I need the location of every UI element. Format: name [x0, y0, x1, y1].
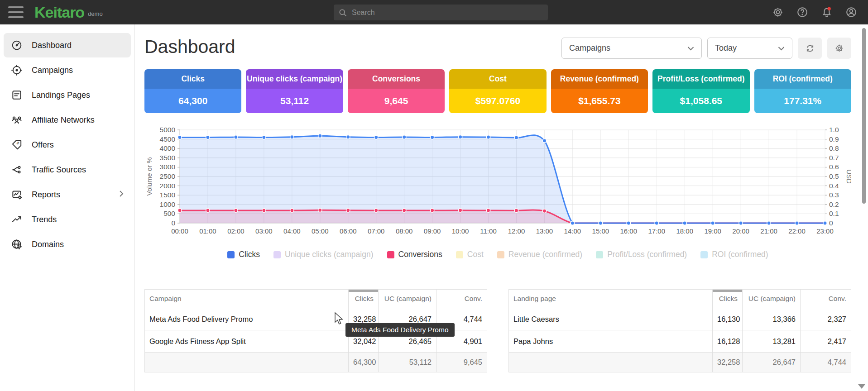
row-name-cell[interactable]: Papa Johns	[509, 330, 713, 353]
svg-text:06:00: 06:00	[340, 227, 357, 235]
domains-icon	[11, 238, 23, 250]
sidebar-item-reports[interactable]: Reports	[4, 182, 131, 207]
svg-text:12:00: 12:00	[508, 227, 525, 235]
stat-card-label: Conversions	[348, 69, 445, 89]
dashboard-filters: Campaigns Today	[561, 38, 851, 59]
sidebar-item-campaigns[interactable]: Campaigns	[4, 58, 131, 82]
column-header-campaign[interactable]: Campaign	[145, 290, 349, 308]
sidebar-item-label: Trends	[32, 215, 57, 224]
legend-item-profit-loss-confirmed-[interactable]: Profit/Loss (confirmed)	[596, 250, 687, 259]
legend-label: Unique clicks (campaign)	[285, 250, 374, 259]
scroll-down-arrow-icon[interactable]	[858, 384, 865, 389]
dashboard-settings-button[interactable]	[827, 38, 851, 59]
entity-filter-select[interactable]: Campaigns	[561, 38, 702, 59]
svg-text:17:00: 17:00	[648, 227, 665, 235]
svg-text:03:00: 03:00	[255, 227, 273, 235]
svg-text:0.5: 0.5	[829, 172, 839, 180]
entity-filter-value: Campaigns	[569, 43, 610, 53]
sidebar-item-domains[interactable]: Domains	[4, 232, 131, 257]
table-header-row: CampaignClicksUC (campaign)Conv.	[145, 290, 487, 308]
global-search[interactable]	[334, 5, 548, 20]
legend-item-roi-confirmed-[interactable]: ROI (confirmed)	[700, 250, 768, 259]
legend-item-conversions[interactable]: Conversions	[387, 250, 442, 259]
chart-legend: ClicksUnique clicks (campaign)Conversion…	[144, 250, 851, 259]
table-row[interactable]: Little Caesars16,13013,3662,327	[509, 308, 851, 330]
refresh-button[interactable]	[798, 38, 822, 59]
row-value-cell: 2,327	[801, 308, 851, 330]
date-range-select[interactable]: Today	[707, 38, 792, 59]
stat-card-value: 64,300	[144, 89, 241, 113]
stat-card-profit-loss-confirmed-: Profit/Loss (confirmed)$1,058.65	[652, 69, 749, 113]
stat-card-label: Revenue (confirmed)	[551, 69, 648, 89]
sidebar-item-trends[interactable]: Trends	[4, 207, 131, 232]
landing-pages-table: Landing pageClicksUC (campaign)Conv.Litt…	[508, 289, 851, 372]
svg-text:14:00: 14:00	[564, 227, 581, 235]
svg-text:18:00: 18:00	[676, 227, 693, 235]
chevron-down-icon	[778, 46, 785, 51]
account-icon[interactable]	[845, 6, 857, 18]
legend-item-revenue-confirmed-[interactable]: Revenue (confirmed)	[497, 250, 582, 259]
stat-cards: Clicks64,300Unique clicks (campaign)53,1…	[144, 69, 851, 113]
column-header-landing-page[interactable]: Landing page	[509, 290, 713, 308]
sidebar-item-traffic-sources[interactable]: Traffic Sources	[4, 157, 131, 182]
sidebar-item-label: Traffic Sources	[32, 165, 86, 175]
stat-card-value: $597.0760	[449, 89, 546, 113]
svg-text:3000: 3000	[160, 163, 176, 171]
campaigns-icon	[11, 64, 23, 76]
stat-card-conversions: Conversions9,645	[348, 69, 445, 113]
column-header-uc-campaign-[interactable]: UC (campaign)	[743, 290, 801, 308]
svg-text:0: 0	[171, 219, 175, 227]
sidebar-item-label: Reports	[32, 190, 60, 200]
stat-card-revenue-confirmed-: Revenue (confirmed)$1,655.73	[551, 69, 648, 113]
column-header-conv-[interactable]: Conv.	[801, 290, 851, 308]
svg-text:0.1: 0.1	[829, 210, 839, 217]
table-header-row: Landing pageClicksUC (campaign)Conv.	[509, 290, 851, 308]
date-range-value: Today	[715, 43, 737, 53]
legend-swatch	[596, 251, 603, 258]
chevron-down-icon	[687, 46, 694, 51]
svg-text:07:00: 07:00	[368, 227, 385, 235]
stat-card-label: Cost	[449, 69, 546, 89]
column-header-clicks[interactable]: Clicks	[349, 290, 379, 308]
totals-cell	[509, 353, 713, 372]
svg-text:0.3: 0.3	[829, 191, 839, 199]
vertical-scrollbar-thumb[interactable]	[862, 28, 866, 204]
sidebar-item-offers[interactable]: $Offers	[4, 133, 131, 157]
column-header-uc-campaign-[interactable]: UC (campaign)	[379, 290, 436, 308]
svg-text:3500: 3500	[160, 154, 176, 162]
row-name-cell[interactable]: Google Ads Fitness App Split	[145, 330, 349, 353]
legend-item-cost[interactable]: Cost	[456, 250, 484, 259]
svg-text:05:00: 05:00	[312, 227, 329, 235]
help-icon[interactable]	[796, 6, 808, 18]
traffic-chart: 005000.110000.215000.320000.425000.53000…	[144, 124, 851, 238]
legend-swatch	[456, 251, 463, 258]
legend-item-unique-clicks-campaign-[interactable]: Unique clicks (campaign)	[273, 250, 374, 259]
search-input[interactable]	[352, 9, 543, 17]
menu-icon[interactable]	[8, 6, 24, 18]
legend-item-clicks[interactable]: Clicks	[227, 250, 260, 259]
row-name-cell[interactable]: Meta Ads Food Delivery Promo	[145, 308, 349, 330]
sidebar-item-dashboard[interactable]: Dashboard	[4, 33, 131, 57]
sidebar-item-label: Dashboard	[32, 41, 72, 50]
notifications-icon[interactable]	[821, 6, 833, 18]
legend-label: Cost	[467, 250, 484, 259]
stat-card-roi-confirmed-: ROI (confirmed)177.31%	[754, 69, 851, 113]
sidebar-item-landings-pages[interactable]: Landings Pages	[4, 83, 131, 107]
stat-card-label: ROI (confirmed)	[754, 69, 851, 89]
column-header-clicks[interactable]: Clicks	[713, 290, 743, 308]
column-header-conv-[interactable]: Conv.	[436, 290, 487, 308]
sidebar-item-affiliate-networks[interactable]: Affiliate Networks	[4, 108, 131, 132]
svg-text:09:00: 09:00	[424, 227, 441, 235]
svg-text:0.7: 0.7	[829, 154, 839, 162]
settings-icon[interactable]	[772, 6, 784, 18]
stat-card-label: Profit/Loss (confirmed)	[652, 69, 749, 89]
totals-cell: 26,647	[743, 353, 801, 372]
svg-text:21:00: 21:00	[760, 227, 777, 235]
svg-text:0: 0	[829, 219, 833, 227]
row-name-cell[interactable]: Little Caesars	[509, 308, 713, 330]
svg-text:4000: 4000	[160, 144, 176, 152]
gear-icon	[834, 43, 844, 53]
svg-text:$: $	[16, 141, 20, 146]
legend-label: Revenue (confirmed)	[508, 250, 582, 259]
table-row[interactable]: Papa Johns16,12813,2812,417	[509, 330, 851, 353]
